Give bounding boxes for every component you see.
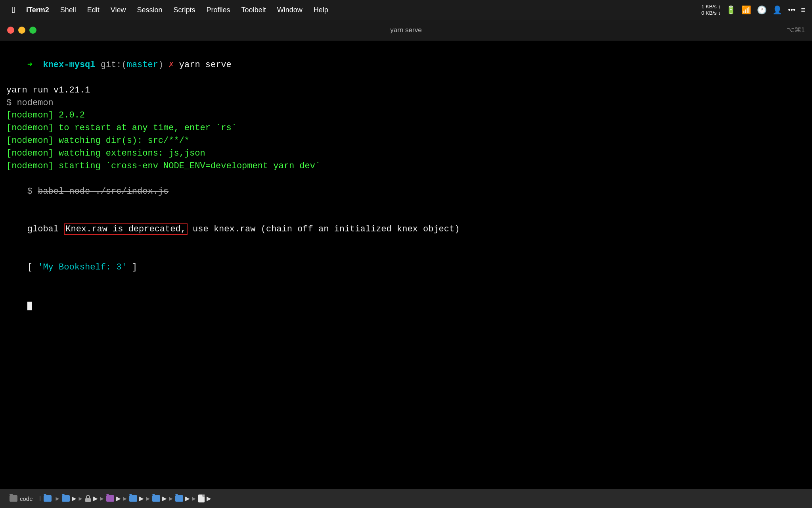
menu-scripts[interactable]: Scripts [168,4,201,16]
deprecated-highlight: Knex.raw is deprecated, [64,223,188,235]
menu-view[interactable]: View [105,4,132,16]
bb-count-label: ▶ [162,495,167,502]
folder-mymarkdown-icon [106,495,114,502]
titlebar: yarn serve ⌥⌘1 [0,20,812,40]
folder-images-icon [175,495,183,502]
bb-path: ▶ ▶ ▶ ▶ ▶ ▶ ▶ ▶ ▶ ▶ ▶ ▶ ▶ ▶ [44,495,211,502]
bb-divider-1: | [38,495,42,502]
maximize-button[interactable] [29,27,36,34]
folder-gray-icon [10,495,17,502]
folder-macintosh-icon [44,495,52,502]
terminal-line-nodemon-restart: [nodemon] to restart at any time, enter … [6,122,806,135]
user-icon: 👤 [772,5,782,15]
menu-iterm2[interactable]: iTerm2 [21,4,55,16]
terminal-cursor-line [6,287,806,325]
network-speed: 1 KB/s ↑ 0 KB/s ↓ [701,4,720,16]
menu-edit[interactable]: Edit [82,4,105,16]
minimize-button[interactable] [18,27,25,34]
terminal-line-nodemon-ver: [nodemon] 2.0.2 [6,109,806,122]
menu-profiles[interactable]: Profiles [201,4,236,16]
folder-knex-icon [129,495,137,502]
svg-rect-0 [85,498,91,502]
bb-images-label: ▶ [185,495,190,502]
bb-oomusou-label: ▶ [93,495,98,502]
bb-users-label: ▶ [72,495,77,502]
folder-users-icon [62,495,70,502]
menu-shell[interactable]: Shell [55,4,82,16]
bb-knex-label: ▶ [139,495,144,502]
menubar:  iTerm2 Shell Edit View Session Scripts… [0,0,812,20]
titlebar-shortcut: ⌥⌘1 [787,26,805,34]
wifi-icon: 📶 [741,5,751,15]
terminal-line-nodemon: $ nodemon [6,97,806,110]
terminal-line-yarn-run: yarn run v1.21.1 [6,84,806,97]
window-controls [7,27,36,34]
clock-icon: 🕐 [757,5,767,15]
bb-code-folder[interactable]: code [6,495,37,502]
lock-icon [85,495,91,502]
bb-count000-label: ▶ [207,495,211,502]
bb-code-label: code [20,495,33,502]
bottombar: code | ▶ ▶ ▶ ▶ ▶ ▶ ▶ ▶ ▶ ▶ ▶ ▶ ▶ ▶ [0,489,812,508]
folder-count-icon [152,495,160,502]
menubar-right: 1 KB/s ↑ 0 KB/s ↓ 🔋 📶 🕐 👤 ••• ≡ [701,4,806,16]
menu-toolbelt[interactable]: Toolbelt [236,4,272,16]
terminal-line-nodemon-start: [nodemon] starting `cross-env NODE_ENV=d… [6,160,806,173]
more-icon: ••• [788,6,795,14]
menu-window[interactable]: Window [272,4,308,16]
list-icon: ≡ [801,6,806,15]
menu-session[interactable]: Session [132,4,168,16]
terminal-line-babel: $ babel-node ./src/index.js [6,173,806,211]
terminal-line-result: [ 'My Bookshelf: 3' ] [6,248,806,287]
cursor [27,302,32,310]
close-button[interactable] [7,27,14,34]
file-count000-icon [198,495,205,502]
terminal-line-prompt: ➜ knex-mysql git:(master) ✗ yarn serve [6,46,806,84]
bb-mymarkdown-label: ▶ [116,495,121,502]
terminal[interactable]: ➜ knex-mysql git:(master) ✗ yarn serve y… [0,40,812,489]
apple-menu[interactable]:  [6,3,21,17]
terminal-line-nodemon-ext: [nodemon] watching extensions: js,json [6,147,806,160]
terminal-line-deprecated: global Knex.raw is deprecated, use knex.… [6,211,806,249]
window-title: yarn serve [390,26,421,34]
battery-icon: 🔋 [726,5,736,15]
menu-help[interactable]: Help [308,4,334,16]
terminal-line-nodemon-watch: [nodemon] watching dir(s): src/**/* [6,135,806,147]
